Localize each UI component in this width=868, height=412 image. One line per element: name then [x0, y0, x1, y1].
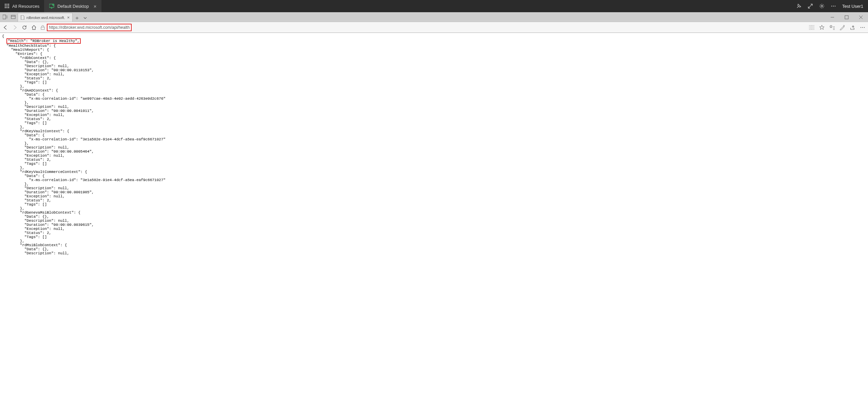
- back-button[interactable]: [3, 25, 9, 30]
- tab-dropdown-icon[interactable]: [81, 14, 89, 22]
- svg-point-13: [831, 6, 832, 7]
- pin-icon[interactable]: [796, 3, 801, 9]
- rd-tab-label: Default Desktop: [57, 4, 89, 9]
- apps-icon: [5, 4, 10, 8]
- json-response: { "Health": "RDBroker is Healthy", "Heal…: [0, 33, 868, 257]
- reading-view-icon[interactable]: [809, 25, 814, 30]
- refresh-button[interactable]: [22, 25, 28, 30]
- page-content[interactable]: { "Health": "RDBroker is Healthy", "Heal…: [0, 33, 868, 412]
- expand-icon[interactable]: [808, 3, 813, 9]
- rd-bar-right: Test User1: [791, 3, 868, 9]
- show-tabs-icon[interactable]: [10, 12, 17, 22]
- close-icon[interactable]: ×: [94, 3, 97, 9]
- svg-point-22: [862, 27, 863, 27]
- rd-tab-all-resources[interactable]: All Resources: [0, 0, 44, 12]
- svg-rect-0: [5, 4, 6, 5]
- svg-rect-8: [8, 7, 9, 8]
- user-label[interactable]: Test User1: [842, 4, 863, 9]
- svg-rect-4: [6, 5, 7, 6]
- rd-tab-default-desktop[interactable]: Default Desktop ×: [44, 0, 101, 12]
- svg-rect-16: [3, 15, 6, 19]
- svg-rect-17: [11, 15, 15, 19]
- svg-rect-5: [8, 5, 9, 6]
- svg-point-15: [835, 6, 836, 7]
- svg-point-21: [861, 27, 861, 27]
- svg-rect-6: [5, 7, 6, 8]
- close-icon[interactable]: ×: [67, 15, 70, 20]
- forward-button[interactable]: [12, 25, 18, 30]
- svg-rect-3: [5, 5, 6, 6]
- svg-rect-1: [6, 4, 7, 5]
- home-button[interactable]: [31, 25, 37, 30]
- set-aside-tabs-icon[interactable]: [1, 12, 9, 22]
- address-bar[interactable]: https://rdbroker.wvd.microsoft.com/api/h…: [41, 23, 806, 32]
- tab-strip: rdbroker.wvd.microsoft. × ＋: [0, 12, 868, 22]
- browser-chrome: rdbroker.wvd.microsoft. × ＋: [0, 12, 868, 33]
- window-controls: [825, 13, 868, 22]
- page-icon: [21, 15, 24, 20]
- remote-desktop-bar: All Resources Default Desktop × Test Use…: [0, 0, 868, 12]
- svg-rect-18: [845, 16, 848, 19]
- minimize-button[interactable]: [825, 13, 839, 22]
- svg-rect-2: [8, 4, 9, 5]
- svg-point-14: [833, 6, 834, 7]
- browser-tab[interactable]: rdbroker.wvd.microsoft. ×: [18, 13, 73, 22]
- more-icon[interactable]: [860, 25, 865, 30]
- svg-rect-10: [51, 8, 52, 8]
- notes-icon[interactable]: [839, 25, 845, 30]
- svg-rect-19: [41, 27, 44, 30]
- url-text: https://rdbroker.wvd.microsoft.com/api/h…: [47, 24, 132, 31]
- svg-point-12: [821, 5, 823, 7]
- svg-point-23: [864, 27, 865, 27]
- nav-bar: https://rdbroker.wvd.microsoft.com/api/h…: [0, 22, 868, 33]
- close-button[interactable]: [854, 13, 868, 22]
- share-icon[interactable]: [850, 25, 855, 30]
- rd-tab-label: All Resources: [12, 4, 39, 9]
- favorite-icon[interactable]: [819, 25, 825, 30]
- tab-title: rdbroker.wvd.microsoft.: [26, 16, 65, 20]
- more-icon[interactable]: [831, 3, 836, 9]
- lock-icon: [41, 25, 45, 30]
- desktop-icon: [49, 4, 55, 8]
- maximize-button[interactable]: [839, 13, 854, 22]
- new-tab-button[interactable]: ＋: [73, 14, 81, 22]
- favorites-list-icon[interactable]: [829, 25, 835, 30]
- gear-icon[interactable]: [819, 3, 825, 9]
- nav-right-icons: [809, 25, 865, 30]
- svg-rect-7: [6, 7, 7, 8]
